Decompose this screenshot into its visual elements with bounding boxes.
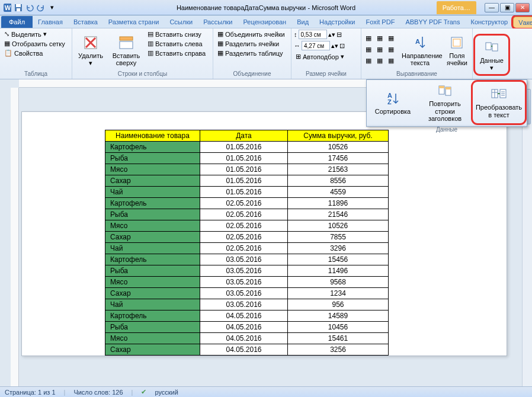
split-cells-button[interactable]: ▦Разделить ячейки: [216, 39, 287, 48]
cell-name[interactable]: Мясо: [105, 277, 200, 288]
cell-sum[interactable]: 10456: [288, 322, 389, 333]
row-height-input[interactable]: [299, 30, 327, 39]
table-header-row[interactable]: Наименование товара Дата Сумма выручки, …: [105, 130, 389, 142]
vertical-ruler[interactable]: [11, 88, 19, 386]
sort-button[interactable]: AZ Сортировка: [367, 80, 419, 125]
tab-page-layout[interactable]: Разметка страни: [103, 16, 165, 28]
cell-date[interactable]: 02.05.2016: [200, 232, 288, 243]
table-row[interactable]: Картофель02.05.201611896: [105, 198, 389, 209]
table-row[interactable]: Картофель04.05.201614589: [105, 310, 389, 322]
align-tl[interactable]: ▦: [364, 33, 373, 43]
table-row[interactable]: Картофель01.05.201610526: [105, 142, 389, 153]
undo-icon[interactable]: [25, 3, 34, 12]
table-row[interactable]: Рыба02.05.201621546: [105, 209, 389, 220]
tab-insert[interactable]: Вставка: [68, 16, 103, 28]
cell-date[interactable]: 02.05.2016: [200, 198, 288, 209]
cell-date[interactable]: 04.05.2016: [200, 333, 288, 344]
cell-date[interactable]: 04.05.2016: [200, 322, 288, 333]
cell-date[interactable]: 02.05.2016: [200, 243, 288, 254]
cell-name[interactable]: Рыба: [105, 265, 200, 277]
status-page[interactable]: Страница: 1 из 1: [5, 389, 56, 396]
table-row[interactable]: Чай02.05.20163296: [105, 243, 389, 254]
tab-table-layout[interactable]: Vакет: [513, 17, 532, 28]
cell-sum[interactable]: 17456: [288, 153, 389, 164]
cell-date[interactable]: 01.05.2016: [200, 153, 288, 164]
cell-sum[interactable]: 7855: [288, 232, 389, 243]
cell-sum[interactable]: 21546: [288, 209, 389, 220]
table-row[interactable]: Мясо01.05.201621563: [105, 164, 389, 175]
align-tr[interactable]: ▦: [386, 33, 396, 43]
align-tc[interactable]: ▦: [375, 33, 384, 43]
tab-review[interactable]: Рецензирован: [238, 16, 292, 28]
cell-name[interactable]: Мясо: [105, 164, 200, 175]
cell-name[interactable]: Чай: [105, 299, 200, 310]
distribute-cols-icon[interactable]: ⊡: [339, 42, 345, 50]
show-grid-button[interactable]: ▦Отобразить сетку: [2, 39, 67, 48]
cell-name[interactable]: Мясо: [105, 220, 200, 232]
distribute-rows-icon[interactable]: ⊟: [336, 31, 342, 39]
tab-view[interactable]: Вид: [291, 16, 314, 28]
cell-date[interactable]: 03.05.2016: [200, 254, 288, 265]
cell-name[interactable]: Сахар: [105, 175, 200, 187]
cell-name[interactable]: Чай: [105, 243, 200, 254]
repeat-header-rows-button[interactable]: Повторить строки заголовков: [419, 80, 471, 125]
cell-date[interactable]: 04.05.2016: [200, 310, 288, 322]
tab-file[interactable]: Файл: [1, 16, 33, 28]
spellcheck-icon[interactable]: ✔: [141, 388, 146, 396]
cell-name[interactable]: Картофель: [105, 198, 200, 209]
cell-sum[interactable]: 15461: [288, 333, 389, 344]
autofit-button[interactable]: ⊞Автоподбор ▾: [294, 52, 346, 61]
cell-date[interactable]: 03.05.2016: [200, 299, 288, 310]
cell-name[interactable]: Рыба: [105, 322, 200, 333]
cell-name[interactable]: Сахар: [105, 232, 200, 243]
merge-cells-button[interactable]: ▦Объединить ячейки: [216, 30, 287, 39]
tab-references[interactable]: Ссылки: [164, 16, 198, 28]
insert-below-button[interactable]: ▤Вставить снизу: [146, 30, 207, 39]
cell-sum[interactable]: 9568: [288, 277, 389, 288]
cell-name[interactable]: Картофель: [105, 310, 200, 322]
document-table[interactable]: Наименование товара Дата Сумма выручки, …: [105, 130, 389, 356]
close-button[interactable]: ✕: [515, 3, 530, 12]
cell-date[interactable]: 03.05.2016: [200, 288, 288, 299]
cell-sum[interactable]: 3256: [288, 344, 389, 356]
document-page[interactable]: Наименование товара Дата Сумма выручки, …: [21, 111, 507, 356]
insert-left-button[interactable]: ▥Вставить слева: [146, 39, 207, 48]
context-tab-table-tools[interactable]: Работа…: [437, 1, 476, 14]
cell-date[interactable]: 01.05.2016: [200, 187, 288, 198]
cell-sum[interactable]: 8556: [288, 175, 389, 187]
align-mc[interactable]: ▦: [375, 44, 384, 54]
cell-date[interactable]: 03.05.2016: [200, 265, 288, 277]
split-table-button[interactable]: ▦Разделить таблицу: [216, 49, 287, 57]
cell-date[interactable]: 02.05.2016: [200, 220, 288, 232]
cell-sum[interactable]: 21563: [288, 164, 389, 175]
convert-to-text-button[interactable]: Преобразовать в текст: [473, 82, 525, 123]
cell-name[interactable]: Чай: [105, 187, 200, 198]
col-width-input[interactable]: [302, 41, 330, 50]
data-dropdown-button[interactable]: Данные ▾: [476, 37, 507, 73]
cell-sum[interactable]: 14589: [288, 310, 389, 322]
cell-name[interactable]: Картофель: [105, 254, 200, 265]
cell-sum[interactable]: 10526: [288, 220, 389, 232]
cell-name[interactable]: Рыба: [105, 153, 200, 164]
restore-button[interactable]: ▣: [500, 3, 514, 12]
tab-foxit[interactable]: Foxit PDF: [360, 16, 400, 28]
properties-button[interactable]: 📋Свойства: [2, 49, 67, 57]
table-row[interactable]: Сахар04.05.20163256: [105, 344, 389, 356]
cell-name[interactable]: Сахар: [105, 344, 200, 356]
align-mr[interactable]: ▦: [386, 44, 396, 54]
table-row[interactable]: Рыба03.05.201611496: [105, 265, 389, 277]
cell-sum[interactable]: 4559: [288, 187, 389, 198]
table-row[interactable]: Мясо02.05.201610526: [105, 220, 389, 232]
table-row[interactable]: Сахар03.05.20161234: [105, 288, 389, 299]
cell-sum[interactable]: 11496: [288, 265, 389, 277]
cell-date[interactable]: 01.05.2016: [200, 164, 288, 175]
align-bl[interactable]: ▦: [364, 56, 373, 65]
redo-icon[interactable]: [36, 3, 46, 12]
cell-sum[interactable]: 11896: [288, 198, 389, 209]
cell-sum[interactable]: 3296: [288, 243, 389, 254]
cell-sum[interactable]: 15456: [288, 254, 389, 265]
table-row[interactable]: Сахар01.05.20168556: [105, 175, 389, 187]
cell-date[interactable]: 01.05.2016: [200, 175, 288, 187]
select-button[interactable]: ⤡Выделить ▾: [2, 30, 67, 39]
table-row[interactable]: Картофель03.05.201615456: [105, 254, 389, 265]
